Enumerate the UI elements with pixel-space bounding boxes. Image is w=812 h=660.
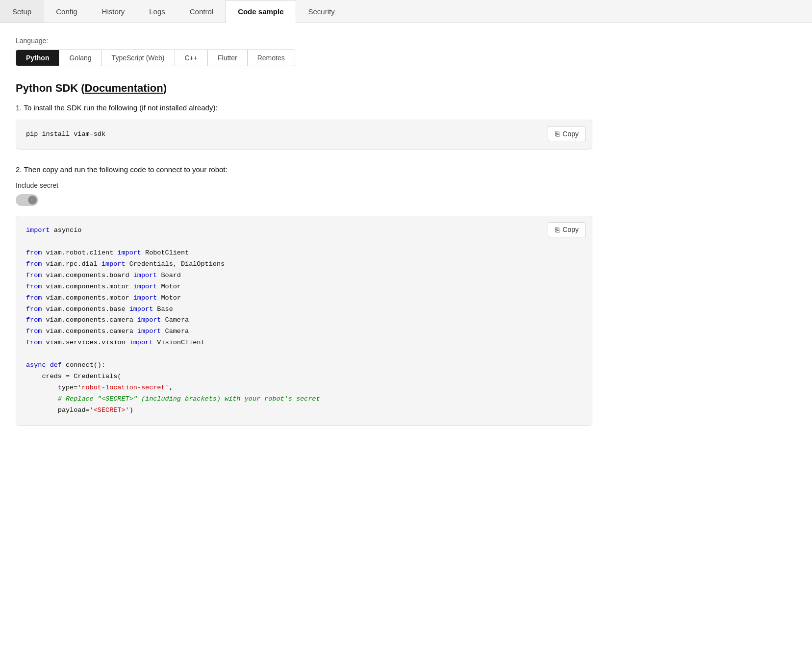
lang-tab-golang[interactable]: Golang <box>59 50 102 66</box>
main-tabs-bar: Setup Config History Logs Control Code s… <box>0 0 812 23</box>
sdk-title-end: ) <box>163 82 167 94</box>
lang-tab-flutter[interactable]: Flutter <box>208 50 248 66</box>
toggle-container <box>16 194 592 206</box>
lang-tab-typescript[interactable]: TypeScript (Web) <box>102 50 175 66</box>
tab-history[interactable]: History <box>90 0 137 23</box>
copy-label-1: Copy <box>562 130 579 138</box>
step1-code-block: pip install viam-sdk ⎘ Copy <box>16 120 592 150</box>
copy-icon-1: ⎘ <box>555 129 559 138</box>
step2-text: 2. Then copy and run the following code … <box>16 165 592 174</box>
tab-config[interactable]: Config <box>44 0 89 23</box>
lang-tab-python[interactable]: Python <box>16 50 59 66</box>
copy-button-1[interactable]: ⎘ Copy <box>548 126 586 141</box>
lang-tab-remotes[interactable]: Remotes <box>248 50 295 66</box>
main-content: Language: Python Golang TypeScript (Web)… <box>0 23 608 455</box>
step2-code-block: ⎘ Copy import asyncio from viam.robot.cl… <box>16 216 592 426</box>
include-secret-label: Include secret <box>16 181 592 189</box>
copy-button-2[interactable]: ⎘ Copy <box>548 222 586 237</box>
language-label: Language: <box>16 37 592 45</box>
sdk-documentation-link[interactable]: Documentation <box>85 82 163 94</box>
copy-label-2: Copy <box>562 226 579 233</box>
sdk-title: Python SDK (Documentation) <box>16 82 592 95</box>
toggle-knob <box>28 196 37 204</box>
step1-code: pip install viam-sdk <box>26 130 105 138</box>
include-secret-toggle[interactable] <box>16 194 38 206</box>
tab-code-sample[interactable]: Code sample <box>226 0 296 23</box>
copy-icon-2: ⎘ <box>555 226 559 234</box>
language-tabs: Python Golang TypeScript (Web) C++ Flutt… <box>16 50 295 66</box>
tab-logs[interactable]: Logs <box>137 0 178 23</box>
tab-security[interactable]: Security <box>296 0 347 23</box>
tab-control[interactable]: Control <box>178 0 226 23</box>
lang-tab-cpp[interactable]: C++ <box>175 50 208 66</box>
code-block-2-content: import asyncio from viam.robot.client im… <box>26 225 582 416</box>
sdk-title-text: Python SDK ( <box>16 82 85 94</box>
step2-section: 2. Then copy and run the following code … <box>16 165 592 426</box>
tab-setup[interactable]: Setup <box>0 0 44 23</box>
step1-text: 1. To install the SDK run the following … <box>16 103 592 112</box>
